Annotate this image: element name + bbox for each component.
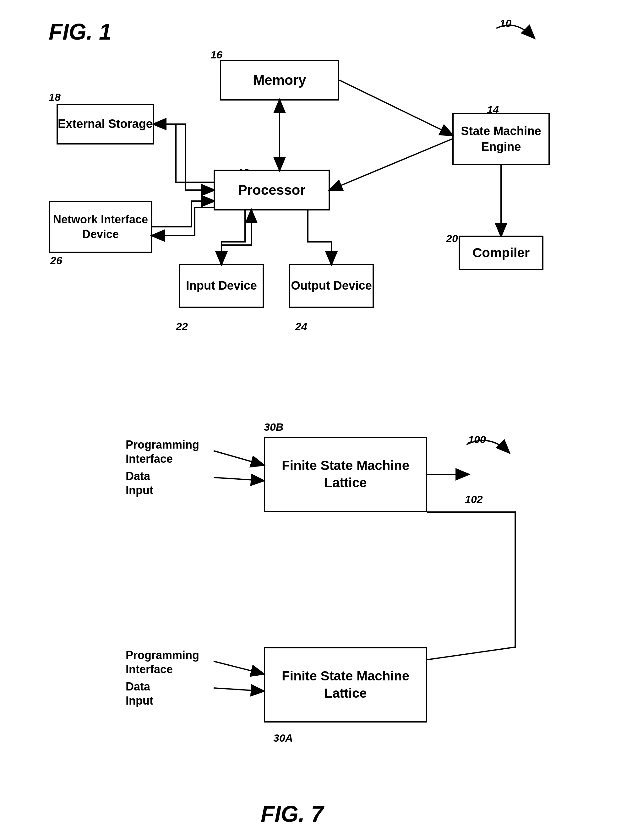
external-storage-box: External Storage	[57, 104, 154, 145]
compiler-box: Compiler	[459, 235, 543, 270]
top-input-input: Input	[126, 484, 153, 497]
bottom-input-programming: Programming	[126, 649, 199, 662]
bottom-input-interface: Interface	[126, 663, 173, 676]
label-20: 20	[446, 232, 458, 245]
svg-line-5	[213, 477, 263, 481]
bottom-input-input: Input	[126, 694, 153, 707]
svg-line-7	[213, 661, 263, 674]
fig1-title: FIG. 1	[49, 19, 112, 44]
top-input-interface: Interface	[126, 452, 173, 466]
label-30A: 30A	[273, 732, 293, 744]
fsm-lattice-bottom-box: Finite State Machine Lattice	[264, 647, 427, 723]
page: FIG. 1 10 16 18 14 12 26 20 22 24 Memory…	[0, 0, 638, 840]
state-machine-box: State Machine Engine	[452, 113, 550, 165]
memory-box: Memory	[220, 60, 339, 101]
label-10: 10	[499, 17, 512, 30]
svg-line-1	[339, 80, 452, 135]
processor-box: Processor	[213, 170, 330, 210]
svg-line-8	[213, 688, 263, 691]
label-100: 100	[468, 434, 486, 446]
svg-line-2	[330, 139, 452, 190]
label-102: 102	[465, 493, 483, 505]
label-30B: 30B	[264, 421, 283, 433]
svg-line-4	[213, 451, 263, 465]
output-device-box: Output Device	[289, 264, 374, 308]
label-24: 24	[295, 321, 307, 333]
top-input-data: Data	[126, 470, 150, 483]
input-device-box: Input Device	[179, 264, 264, 308]
top-input-programming: Programming	[126, 438, 199, 452]
fig7-title: FIG. 7	[261, 801, 324, 827]
bottom-input-data: Data	[126, 680, 150, 693]
label-18: 18	[49, 91, 61, 103]
label-26: 26	[50, 254, 62, 267]
label-22: 22	[176, 321, 188, 333]
network-interface-box: Network Interface Device	[49, 201, 152, 253]
fsm-lattice-top-box: Finite State Machine Lattice	[264, 437, 427, 512]
label-16: 16	[210, 49, 223, 61]
